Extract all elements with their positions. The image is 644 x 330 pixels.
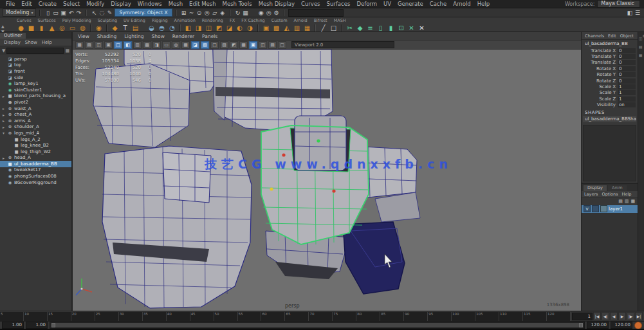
shelf-tool-icon[interactable]: ◐ (235, 24, 244, 32)
outliner-item[interactable]: ▸ ⊕ waist_A (0, 105, 71, 112)
viewport-toolbar-icon[interactable]: ▤ (85, 41, 93, 49)
render-icon[interactable]: ⚙ (273, 9, 281, 17)
shelf-tool-icon[interactable] (257, 24, 259, 32)
scene-mode-dropdown[interactable]: Modeling ▾ (3, 8, 36, 17)
shelf-tool-icon[interactable]: ◑ (246, 24, 254, 32)
shelf-tool-icon[interactable]: ✕ (418, 24, 426, 32)
viewport-toolbar-icon[interactable]: ◩ (230, 41, 238, 49)
outliner-item[interactable]: ▸ ⊕ head_A (0, 155, 71, 161)
menu-item[interactable]: Edit (18, 1, 35, 7)
shelf-tool-icon[interactable]: ✕ (407, 24, 416, 32)
viewport-toolbar-icon[interactable]: □ (114, 41, 122, 49)
shelf-tool-icon[interactable]: ◩ (215, 24, 223, 32)
viewport-toolbar-icon[interactable]: □ (210, 41, 219, 49)
viewport-toolbar-icon[interactable]: ◪ (191, 41, 199, 49)
status-file-icon[interactable]: ▣ (59, 9, 67, 17)
transport-button[interactable]: ▶| (635, 312, 643, 320)
status-file-icon[interactable]: ▭ (51, 9, 59, 17)
shelf-tool-icon[interactable]: ▮ (387, 24, 395, 32)
filter-icon[interactable]: ▼ (2, 48, 5, 53)
display-layer-row[interactable]: V layer1 (582, 205, 638, 213)
menu-item[interactable]: Arnold (450, 1, 474, 7)
frame-tick[interactable]: 65 (285, 311, 309, 321)
outliner-item[interactable]: ◉ lamp_key1 (0, 80, 71, 87)
shelf-tool-icon[interactable]: ▲ (48, 24, 56, 32)
symmetry-field[interactable]: Symmetry: Object X (115, 8, 172, 17)
shelf-tool-icon[interactable]: ◭ (282, 24, 291, 32)
layer-editor-tab[interactable]: Display (584, 185, 607, 191)
shelf-tab[interactable]: MASH (334, 18, 346, 23)
viewport-toolbar-icon[interactable]: ▥ (133, 41, 142, 49)
channel-value-field[interactable]: 1 (618, 84, 636, 89)
status-file-icon[interactable]: ▯ (44, 9, 51, 17)
frame-tick[interactable]: 85 (380, 311, 404, 321)
snap-icon[interactable]: ◎ (203, 9, 211, 17)
viewport-menu-item[interactable]: Shading (97, 33, 116, 39)
outliner-item[interactable]: ◪ persp (0, 56, 71, 62)
viewport-toolbar-icon[interactable]: ◧ (124, 41, 132, 49)
snap-icon[interactable]: ⊙ (196, 9, 203, 17)
shelf-tab[interactable]: UV Editing (124, 18, 145, 23)
frame-tick[interactable]: 35 (143, 311, 167, 321)
time-slider-track[interactable]: 5101520253035404550556065707580859095100… (0, 311, 571, 321)
layer-visibility-toggle[interactable]: V (584, 205, 591, 212)
viewport-toolbar-icon[interactable]: ▭ (162, 41, 170, 49)
status-file-icon[interactable]: ↶ (67, 9, 75, 17)
transport-button[interactable]: |▶ (627, 312, 634, 320)
expander-icon[interactable]: ▸ (3, 118, 7, 123)
channel-box-menu-item[interactable]: Channels (585, 33, 604, 39)
expander-icon[interactable]: ▸ (3, 106, 7, 111)
frame-tick[interactable]: 80 (356, 311, 380, 321)
outliner-item[interactable]: ■ legs_A_2 (0, 136, 71, 143)
menu-item[interactable]: Display (107, 1, 134, 7)
frame-tick[interactable]: 30 (119, 311, 143, 321)
shelf-tool-icon[interactable]: ▤ (131, 24, 140, 32)
frame-tick[interactable]: 100 (452, 311, 475, 321)
menu-item[interactable]: Curves (298, 1, 324, 7)
outliner-item[interactable]: ■ leg_thigh_W2 (0, 149, 71, 155)
frame-tick[interactable]: 50 (214, 311, 238, 321)
channel-value-field[interactable]: on (618, 102, 636, 107)
channel-value-field[interactable]: 0 (618, 54, 636, 59)
snap-icon[interactable]: ⊞ (180, 9, 188, 17)
outliner-menu-item[interactable]: Display (4, 40, 21, 45)
sidebar-toggle-icon[interactable]: ▦ (639, 53, 643, 57)
layer-menu-item[interactable]: Layers (584, 192, 598, 197)
viewport-menu-item[interactable]: Lighting (124, 33, 143, 39)
viewport-menu-item[interactable]: Renderer (172, 33, 194, 39)
frame-tick[interactable]: 45 (190, 311, 214, 321)
expander-icon[interactable]: ▸ (3, 125, 7, 129)
frame-tick[interactable]: 105 (475, 311, 499, 321)
layer-color-swatch[interactable] (600, 205, 607, 212)
snap-icon[interactable]: ~ (188, 9, 196, 17)
shelf-tool-icon[interactable]: ◧ (184, 24, 192, 32)
shelf-tool-icon[interactable]: ╱ (319, 24, 327, 32)
viewport-toolbar-icon[interactable]: ▩ (143, 41, 151, 49)
frame-tick[interactable]: 15 (48, 311, 71, 321)
menu-item[interactable]: Cache (427, 1, 450, 7)
menu-item[interactable]: UV (380, 1, 394, 7)
expander-icon[interactable]: ▸ (3, 113, 7, 117)
channel-value-field[interactable]: 0 (618, 48, 636, 53)
outliner-item[interactable]: ▸ ⊕ arms_A (0, 118, 71, 124)
outliner-item[interactable]: ▸ ⊕ chest_A (0, 111, 71, 118)
shelf-tab[interactable]: Animation (174, 18, 196, 23)
expander-icon[interactable]: ▾ (3, 131, 7, 135)
shelf-tab[interactable]: Bifrost (314, 18, 327, 23)
layer-menu-item[interactable]: Options (602, 192, 618, 197)
menu-item[interactable]: Select (60, 1, 83, 7)
viewport-toolbar-icon[interactable]: ▦ (75, 41, 84, 49)
shelf-tool-icon[interactable] (179, 24, 181, 32)
outliner-item[interactable]: ■ ul_basadderma_BB (0, 161, 71, 167)
transport-button[interactable]: ◀ (610, 312, 618, 320)
shelf-tool-icon[interactable]: ≡ (366, 24, 374, 32)
menu-item[interactable]: Deform (353, 1, 380, 7)
shelf-tool-icon[interactable]: ◪ (225, 24, 234, 32)
status-select-icon[interactable]: ◌ (98, 9, 106, 17)
shelf-tab[interactable]: FX (230, 18, 235, 23)
new-layer-icon[interactable]: ▦ (630, 199, 635, 204)
frame-tick[interactable]: 70 (309, 311, 333, 321)
outliner-menu-item[interactable]: Help (42, 40, 52, 45)
channel-value-field[interactable]: 1 (618, 90, 636, 95)
shelf-tool-icon[interactable]: ▩ (272, 24, 281, 32)
